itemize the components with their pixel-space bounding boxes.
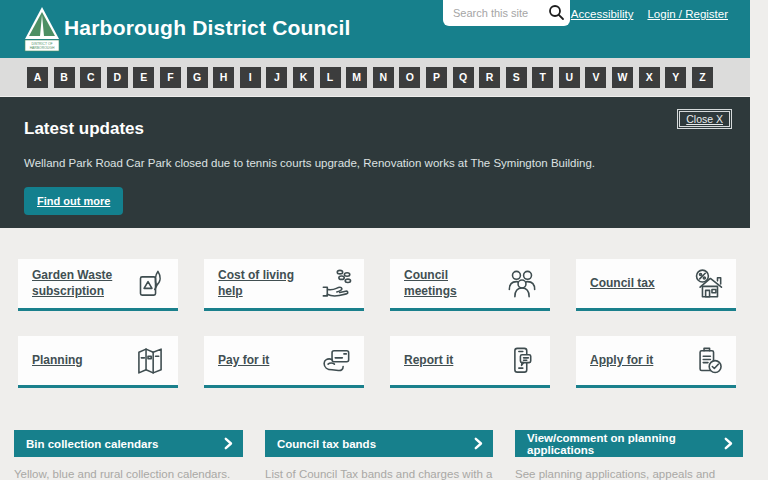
- latest-updates-panel: Close X Latest updates Welland Park Road…: [0, 97, 750, 228]
- svg-text:HARBOROUGH: HARBOROUGH: [30, 46, 55, 50]
- az-letter-link[interactable]: U: [559, 67, 580, 88]
- service-card[interactable]: Report it: [390, 336, 550, 388]
- az-letter-link[interactable]: W: [612, 67, 633, 88]
- card-label: Council tax: [590, 276, 655, 292]
- az-letter-link[interactable]: P: [426, 67, 447, 88]
- svg-text:DISTRICT OF: DISTRICT OF: [31, 42, 52, 46]
- az-letter-link[interactable]: C: [80, 67, 101, 88]
- chevron-right-icon: [224, 437, 233, 450]
- card-label: Planning: [32, 353, 83, 369]
- council-meetings-icon: [503, 265, 541, 303]
- card-label: Report it: [404, 353, 453, 369]
- az-letter-link[interactable]: X: [639, 67, 660, 88]
- alert-title: Latest updates: [24, 119, 144, 139]
- accessibility-link[interactable]: Accessibility: [571, 8, 634, 20]
- service-card[interactable]: Apply for it: [576, 336, 736, 388]
- service-card[interactable]: Council tax: [576, 259, 736, 311]
- header-links: Accessibility Login / Register: [571, 8, 728, 20]
- quick-link-bar[interactable]: View/comment on planning applications: [515, 430, 743, 457]
- az-letter-link[interactable]: J: [266, 67, 287, 88]
- card-label: Cost of living help: [218, 268, 314, 299]
- az-letter-link[interactable]: S: [506, 67, 527, 88]
- az-letter-link[interactable]: D: [107, 67, 128, 88]
- search-input[interactable]: [443, 0, 545, 26]
- quick-links: Bin collection calendars Yellow, blue an…: [14, 430, 743, 480]
- quick-link-description: See planning applications, appeals and d…: [515, 467, 743, 480]
- planning-map-icon: [131, 342, 169, 380]
- card-label: Apply for it: [590, 353, 653, 369]
- az-letter-link[interactable]: F: [160, 67, 181, 88]
- az-letter-link[interactable]: B: [54, 67, 75, 88]
- service-card[interactable]: Planning: [18, 336, 178, 388]
- az-letter-link[interactable]: K: [293, 67, 314, 88]
- council-logo[interactable]: DISTRICT OF HARBOROUGH: [24, 6, 60, 52]
- quick-link-column: Bin collection calendars Yellow, blue an…: [14, 430, 243, 480]
- site-header: DISTRICT OF HARBOROUGH Harborough Distri…: [0, 0, 750, 58]
- apply-clipboard-icon: [689, 342, 727, 380]
- page: DISTRICT OF HARBOROUGH Harborough Distri…: [0, 0, 750, 480]
- card-label: Garden Waste subscription: [32, 268, 128, 299]
- az-letter-link[interactable]: E: [133, 67, 154, 88]
- az-letter-link[interactable]: I: [240, 67, 261, 88]
- report-phone-icon: [503, 342, 541, 380]
- search-icon[interactable]: [547, 4, 565, 22]
- az-letter-link[interactable]: Y: [665, 67, 686, 88]
- service-card[interactable]: Council meetings: [390, 259, 550, 311]
- cost-of-living-icon: [317, 265, 355, 303]
- council-tax-icon: [689, 265, 727, 303]
- chevron-right-icon: [724, 437, 733, 450]
- az-letter-link[interactable]: H: [213, 67, 234, 88]
- service-card[interactable]: Garden Waste subscription: [18, 259, 178, 311]
- quick-link-bar[interactable]: Bin collection calendars: [14, 430, 243, 457]
- az-nav: A B C D E F G H I J K L M N O P: [0, 58, 750, 96]
- quick-link-label: Council tax bands: [277, 438, 376, 450]
- quick-link-description: List of Council Tax bands and charges wi…: [265, 467, 493, 480]
- quick-link-label: Bin collection calendars: [26, 438, 158, 450]
- quick-link-description: Yellow, blue and rural collection calend…: [14, 467, 243, 480]
- card-label: Council meetings: [404, 268, 500, 299]
- chevron-right-icon: [474, 437, 483, 450]
- az-letter-link[interactable]: N: [373, 67, 394, 88]
- search-box: [443, 0, 570, 26]
- find-out-more-button[interactable]: Find out more: [24, 187, 123, 215]
- az-letter-link[interactable]: V: [585, 67, 606, 88]
- az-letter-link[interactable]: T: [532, 67, 553, 88]
- az-letter-link[interactable]: A: [27, 67, 48, 88]
- garden-waste-icon: [131, 265, 169, 303]
- service-cards: Garden Waste subscription Cost of living…: [18, 259, 736, 388]
- quick-link-column: Council tax bands List of Council Tax ba…: [265, 430, 493, 480]
- alert-message: Welland Park Road Car Park closed due to…: [24, 157, 595, 169]
- az-letter-link[interactable]: O: [399, 67, 420, 88]
- service-card[interactable]: Cost of living help: [204, 259, 364, 311]
- site-title: Harborough District Council: [64, 16, 351, 40]
- az-letter-link[interactable]: R: [479, 67, 500, 88]
- az-letter-link[interactable]: Q: [453, 67, 474, 88]
- quick-link-column: View/comment on planning applications Se…: [515, 430, 743, 480]
- close-button[interactable]: Close X: [679, 111, 730, 127]
- card-label: Pay for it: [218, 353, 269, 369]
- login-register-link[interactable]: Login / Register: [647, 8, 728, 20]
- az-letter-link[interactable]: Z: [692, 67, 713, 88]
- az-letter-link[interactable]: L: [320, 67, 341, 88]
- quick-link-label: View/comment on planning applications: [527, 432, 724, 456]
- service-card[interactable]: Pay for it: [204, 336, 364, 388]
- pay-card-icon: [317, 342, 355, 380]
- az-letter-link[interactable]: M: [346, 67, 367, 88]
- az-letter-link[interactable]: G: [187, 67, 208, 88]
- quick-link-bar[interactable]: Council tax bands: [265, 430, 493, 457]
